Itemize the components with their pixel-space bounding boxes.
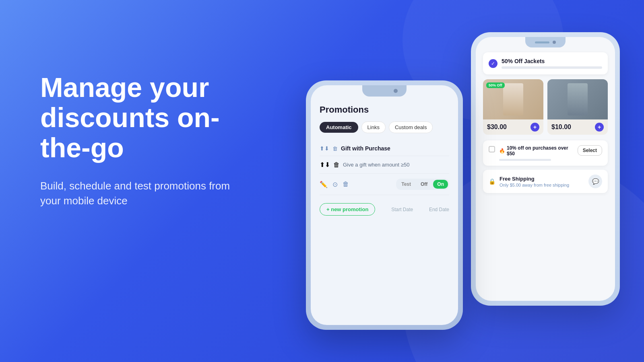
offer-title: 🔥 10% off on purchases over $50 [499,145,574,156]
camera-dot [394,89,398,93]
tab-automatic[interactable]: Automatic [320,122,358,133]
sub-trash-icon: 🗑 [333,161,340,169]
hero-title: Manage your discounts on-the-go [40,72,250,162]
promo-item-label: Gift with Purchase [341,145,390,152]
check-item-label: 50% Off Jackets [502,58,602,64]
lock-icon: 🔒 [489,178,495,185]
check-item-content: 50% Off Jackets [502,58,602,69]
hero-subtitle: Build, schedule and test promotions from… [40,179,250,208]
phone-left: Promotions Automatic Links Custom deals … [306,80,463,330]
phone-left-content: Promotions Automatic Links Custom deals … [311,85,458,228]
phone-left-screen: Promotions Automatic Links Custom deals … [311,85,458,325]
add-btn-1[interactable]: + [530,123,539,132]
offer-content: 🔥 10% off on purchases over $50 [499,145,574,161]
sub-drag-icon: ⬆⬇ [320,161,330,169]
phones-container: Promotions Automatic Links Custom deals … [306,32,620,334]
product-row: 50% Off $30.00 + $10.00 + [483,79,608,135]
notch-left [362,85,407,97]
toggle-test[interactable]: Test [397,180,415,189]
check-circle: ✓ [489,59,497,68]
price-row-2: $10.00 + [547,119,608,135]
end-date-label: End Date [429,207,449,212]
phone-right-content: ✓ 50% Off Jackets 50% Off $30.00 [476,37,615,200]
tab-custom-deals[interactable]: Custom deals [389,121,433,133]
shipping-card: 🔒 Free Shipping Only $5.00 away from fre… [483,170,608,193]
promo-sub-label: Give a gift when amount ≥50 [343,162,409,168]
new-promo-row: + new promotion Start Date End Date [320,195,449,220]
trash-icon[interactable]: 🗑 [343,181,349,188]
product-image-2 [547,79,608,119]
shipping-title: Free Shipping [500,176,584,182]
toggle-off[interactable]: Off [417,180,431,189]
camera-dot-right [553,41,556,44]
phone-right: ✓ 50% Off Jackets 50% Off $30.00 [471,32,620,306]
toggle-on[interactable]: On [433,180,448,189]
promo-sub-item: ⬆⬇ 🗑 Give a gift when amount ≥50 [320,156,449,174]
drag-icon: ⬆⬇ [320,145,329,152]
tab-links[interactable]: Links [361,121,386,133]
shipping-subtitle: Only $5.00 away from free shipping [500,183,584,187]
speaker [535,41,549,43]
select-button[interactable]: Select [578,145,602,156]
action-row: ✏️ ⊙ 🗑 Test Off On [320,174,449,195]
shipping-content: Free Shipping Only $5.00 away from free … [500,176,584,187]
price-1: $30.00 [487,123,507,131]
price-2: $10.00 [551,123,571,131]
promotions-title: Promotions [320,105,449,115]
chat-icon-button[interactable]: 💬 [588,175,602,188]
toggle-group: Test Off On [396,179,449,190]
sale-badge-1: 50% Off [486,82,505,88]
add-btn-2[interactable]: + [595,123,604,132]
edit-icon[interactable]: ✏️ [320,181,328,188]
offer-card: 🔥 10% off on purchases over $50 Select [483,140,608,166]
check-item: ✓ 50% Off Jackets [483,52,608,74]
product-card-2: $10.00 + [547,79,608,135]
hero-section: Manage your discounts on-the-go Build, s… [40,72,250,208]
offer-title-text: 10% off on purchases over $50 [507,145,574,156]
price-row-1: $30.00 + [483,119,543,135]
offer-sub-bar [499,159,551,161]
new-promotion-button[interactable]: + new promotion [320,203,375,216]
product-card-1: 50% Off $30.00 + [483,79,543,135]
start-date-label: Start Date [391,207,413,212]
product-image-1: 50% Off [483,79,543,119]
copy-icon[interactable]: ⊙ [332,181,338,188]
phone-right-screen: ✓ 50% Off Jackets 50% Off $30.00 [476,37,615,301]
tabs-row: Automatic Links Custom deals [320,121,449,133]
check-item-sub-bar [502,66,602,69]
promo-item-header: ⬆⬇ 🗑 Gift with Purchase [320,141,449,156]
fire-icon: 🔥 [499,148,505,154]
trash-small-icon: 🗑 [332,146,338,152]
offer-checkbox[interactable] [489,146,495,152]
notch-right [525,37,566,47]
